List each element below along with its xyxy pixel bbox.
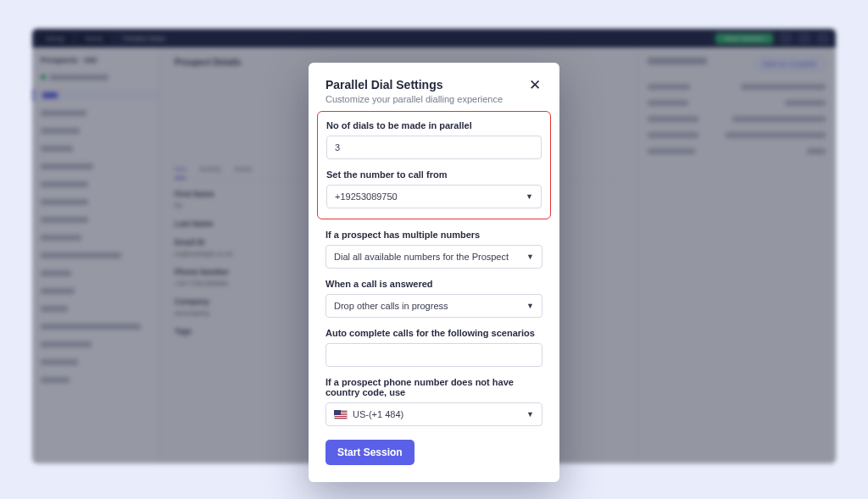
country-code-label: If a prospect phone number does not have… — [326, 377, 542, 397]
call-from-value: +19253089750 — [335, 191, 398, 202]
topbar: Klenty Home Parallel Dialer Start Sessio… — [32, 29, 836, 47]
caret-down-icon: ▼ — [526, 192, 533, 201]
caret-down-icon: ▼ — [526, 252, 534, 261]
call-from-label: Set the number to call from — [326, 169, 542, 180]
dials-input[interactable] — [326, 136, 542, 159]
call-from-select[interactable]: +19253089750 ▼ — [326, 185, 542, 208]
country-code-value: US-(+1 484) — [353, 409, 403, 419]
on-answer-value: Drop other calls in progress — [334, 301, 448, 311]
start-session-button[interactable]: Start Session — [326, 440, 415, 465]
dials-label: No of dials to be made in parallel — [326, 120, 542, 130]
close-icon[interactable]: ✕ — [527, 78, 542, 92]
auto-complete-label: Auto complete calls for the following sc… — [326, 328, 542, 338]
auto-complete-input[interactable] — [326, 343, 542, 367]
call-details-panel: Mark as complete — [637, 47, 836, 463]
us-flag-icon — [334, 410, 348, 419]
sidebar: Prospects · 100 — [32, 47, 159, 463]
multiple-numbers-label: If a prospect has multiple numbers — [326, 230, 542, 240]
modal-subtitle: Customize your parallel dialling experie… — [326, 94, 542, 104]
parallel-dial-settings-modal: Parallel Dial Settings ✕ Customize your … — [309, 63, 559, 482]
modal-title: Parallel Dial Settings — [326, 78, 443, 91]
caret-down-icon: ▼ — [526, 410, 534, 419]
on-answer-label: When a call is answered — [326, 279, 542, 289]
multiple-numbers-select[interactable]: Dial all available numbers for the Prosp… — [326, 245, 542, 269]
country-code-select[interactable]: US-(+1 484) ▼ — [326, 402, 542, 426]
multiple-numbers-value: Dial all available numbers for the Prosp… — [334, 252, 509, 262]
highlighted-settings-group: No of dials to be made in parallel Set t… — [317, 111, 551, 219]
caret-down-icon: ▼ — [526, 302, 534, 310]
on-answer-select[interactable]: Drop other calls in progress ▼ — [326, 294, 542, 318]
